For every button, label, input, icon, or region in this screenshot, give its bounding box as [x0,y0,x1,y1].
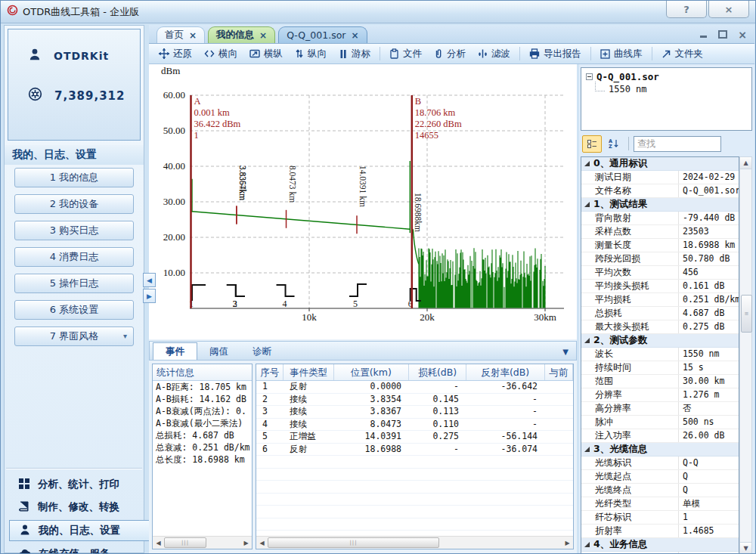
property-row[interactable]: 脉冲500 ns [581,416,739,429]
toolbar-restore-button[interactable]: 还原 [153,45,197,62]
property-row[interactable]: 跨段光回损50.780 dB [581,252,739,266]
property-row[interactable]: 持续时间15 s [581,361,739,375]
stats-h-scrollbar[interactable]: ◀ ||| ▶ [153,536,252,549]
table-row[interactable]: 6反射18.6988--36.074 [256,444,573,457]
column-header[interactable]: 损耗(dB) [409,364,466,380]
tab-my-info[interactable]: 我的信息× [208,26,275,43]
sidebar-menu-item-4[interactable]: 4 消费日志 [14,247,134,267]
property-row[interactable]: 采样点数23503 [581,225,739,239]
property-row[interactable]: 范围30.00 km [581,375,739,388]
toolbar-analyze-button[interactable]: 分析 [429,45,471,62]
table-row[interactable] [256,456,573,469]
column-header[interactable]: 与前 [545,364,573,380]
column-header[interactable]: 序号 [256,364,284,380]
toolbar-file-button[interactable]: 文件 [384,45,427,62]
table-row[interactable] [256,481,573,494]
nav-create-modify-convert[interactable]: 制作、修改、转换 [9,497,148,517]
property-row[interactable]: 平均次数456 [581,266,739,280]
nav-my-logs-settings[interactable]: 我的、日志、设置 [9,520,150,541]
child-restore-button[interactable] [717,29,729,39]
table-cell: 14.0391 [333,431,409,443]
chevron-down-icon[interactable]: ▼ [562,348,569,356]
property-row[interactable]: 光纤类型单模 [581,497,739,511]
close-button[interactable]: × [708,1,749,18]
property-row[interactable]: 光缆标识Q-Q [581,457,739,470]
help-button[interactable]: ? [666,1,707,18]
child-close-button[interactable]: × [736,29,748,39]
property-section-2[interactable]: 2、测试参数 [581,334,739,348]
table-row[interactable]: 4接续8.04730.110- [256,419,573,432]
toolbar-horizontal-zoom-button[interactable]: 横向 [199,45,243,62]
property-name: 测试日期 [581,171,678,184]
table-row[interactable] [256,469,573,481]
otdr-chart[interactable]: dBm60.0050.0040.0030.0020.0010.0010k20k3… [149,64,577,339]
table-row[interactable]: 5正增益14.03910.275-56.144 [256,431,573,444]
property-row[interactable]: 背向散射-79.440 dB [581,212,739,225]
alphabetical-sort-button[interactable]: AZ [604,135,624,153]
toolbar-curve-library-button[interactable]: 曲线库 [595,45,648,62]
toolbar-cursor-button[interactable]: 游标 [333,45,376,62]
toolbar-vertical-zoom-button[interactable]: 纵向 [290,45,332,62]
tab-thresholds[interactable]: 阈值 [197,343,240,360]
property-section-4[interactable]: 4、业务信息 [581,538,739,552]
tab-diagnosis[interactable]: 诊断 [240,343,284,360]
tab-home[interactable]: 首页× [156,26,205,43]
toolbar-both-zoom-button[interactable]: 横纵 [244,45,288,62]
property-row[interactable]: 注入功率26.00 dB [581,429,739,443]
tab-close-icon[interactable]: × [189,30,197,41]
toolbar-export-report-button[interactable]: 导出报告 [524,45,587,62]
property-row[interactable]: 最大接头损耗0.275 dB [581,320,739,334]
property-row[interactable]: 光缆起点Q [581,470,739,484]
tree-connector [595,82,605,91]
tab-close-icon[interactable]: × [259,30,267,41]
table-row[interactable] [256,518,573,531]
property-row[interactable]: 波长1550 nm [581,348,739,361]
tab-events[interactable]: 事件 [153,342,197,360]
table-row[interactable] [256,506,573,518]
tree-root-node[interactable]: Q-Q_001.sor [586,71,751,82]
sidebar-menu-item-5[interactable]: 5 操作日志 [14,274,134,293]
property-row[interactable]: 平均损耗0.251 dB/km [581,293,739,307]
toolbar-folder-open-button[interactable]: 文件夹 [656,45,709,62]
nav-analysis-stats-print[interactable]: 分析、统计、打印 [9,475,148,494]
property-section-3[interactable]: 3、光缆信息 [581,443,739,457]
property-row[interactable]: 总损耗4.687 dB [581,307,739,320]
table-cell [256,506,284,518]
table-row[interactable]: 3接续3.83670.113- [256,406,573,419]
search-input[interactable] [634,136,721,152]
child-minimize-button[interactable] [697,29,709,39]
collapse-left-button[interactable]: ◀ [143,273,156,287]
column-header[interactable]: 反射率(dB) [466,364,545,380]
property-section-1[interactable]: 1、测试结果 [581,198,739,212]
property-row[interactable]: 分辨率1.276 m [581,388,739,402]
property-v-scrollbar[interactable]: ▲ ≡ ▼ [739,156,752,554]
property-row[interactable]: 测试日期2024-02-29 13: [581,171,739,184]
sidebar-menu-item-6[interactable]: 6 系统设置 [14,300,134,320]
toolbar-filter-button[interactable]: 滤波 [472,45,516,62]
scroll-thumb[interactable]: ≡ [741,295,752,333]
table-row[interactable]: 1反射0.0000--36.642 [256,381,573,394]
property-row[interactable]: 纤芯标识1 [581,511,739,525]
sidebar-menu-item-2[interactable]: 2 我的设备 [14,194,134,214]
property-row[interactable]: 测量长度18.6988 km [581,239,739,252]
property-row[interactable]: 平均接头损耗0.161 dB [581,280,739,293]
nav-online-recharge-service[interactable]: 在线充值、服务 [9,544,148,554]
tab-sor-file[interactable]: Q-Q_001.sor× [278,26,367,43]
tree-wavelength-node[interactable]: 1550 nm [595,84,751,94]
property-row[interactable]: 高分辨率否 [581,402,739,416]
tab-close-icon[interactable]: × [352,30,359,41]
categorized-view-button[interactable] [582,135,602,153]
property-section-0[interactable]: 0、通用标识 [581,157,739,171]
sidebar-menu-item-1[interactable]: 1 我的信息 [14,168,134,187]
property-row[interactable]: 折射率1.4685 [581,525,739,538]
table-row[interactable]: 2接续3.83540.145- [256,394,573,407]
table-row[interactable] [256,494,573,506]
sidebar-menu-item-7[interactable]: 7 界面风格▾ [14,327,134,346]
events-h-scrollbar[interactable]: ◀ ||| ▶ [256,536,573,549]
column-header[interactable]: 事件类型 [284,364,333,380]
collapse-right-button[interactable]: ▶ [143,289,156,303]
column-header[interactable]: 位置(km) [334,364,410,380]
property-row[interactable]: 文件名称Q-Q_001.sor [581,184,739,198]
sidebar-menu-item-3[interactable]: 3 购买日志 [14,221,134,240]
property-row[interactable]: 光缆终点Q [581,484,739,497]
